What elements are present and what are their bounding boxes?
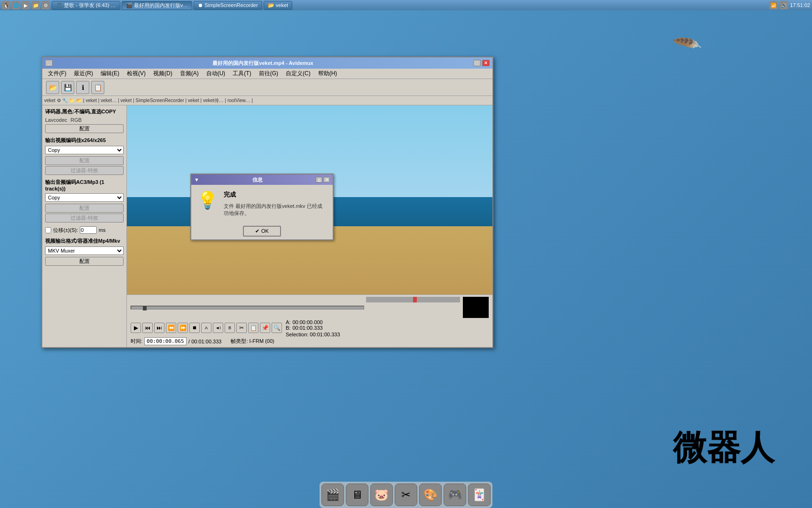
dock-icon-5[interactable]: 🎨 [419,484,442,506]
taskbar-top: 🐧 🌐 ▶ 📁 ⚙ 🎵 楚歌 - 张学友 (6:43) … 🎬 最好用的国内发行… [0,0,812,10]
offset-row: 位移(±)(S): ms [45,226,124,234]
taskbar-icon-3[interactable]: ▶ [22,1,30,9]
dock-icon-7[interactable]: 🃏 [468,484,491,506]
chinese-watermark: 微器人 [673,425,774,470]
menu-edit[interactable]: 编辑(E) [97,69,123,79]
filter-video-btn[interactable]: 过滤器-特效 [45,166,124,175]
dialog-minimize-btn[interactable]: ▼ [194,177,199,183]
ok-icon: ✔ [255,228,259,234]
format-select[interactable]: MKV Muxer [45,246,124,255]
taskbar-icon-1[interactable]: 🐧 [2,1,10,9]
avidemux-window: _ 最好用的国内发行版veket.mp4 - Avidemux □ ✕ 文件(F… [41,56,493,348]
dock-icon-6[interactable]: 🎮 [444,484,466,506]
video-preview: veket ▼ 信息 △ ✕ [127,105,492,347]
video-copy-select[interactable]: Copy [45,146,124,154]
main-content: 译码器,黑色:不编码,直选COPY Lavcodec RGB 配置 输出视频编码… [42,105,492,347]
dialog-max-btn[interactable]: △ [316,177,322,183]
taskbar-item-recorder[interactable]: ⏺ SimpleScreenRecorder [194,1,262,10]
dialog-content: 💡 完成 文件 最好用的国内发行版veket.mkv 已经成功地保存。 [191,185,333,223]
dock-icon-1[interactable]: 🎬 [321,484,344,506]
window-close-btn[interactable]: ✕ [482,60,490,66]
record-icon: ⏺ [198,2,203,8]
lavcodec-row: Lavcodec RGB [45,117,124,123]
offset-label: 位移(±)(S): [53,227,78,234]
config-decoder-btn[interactable]: 配置 [45,124,124,133]
filter-audio-btn[interactable]: 过滤器-特效 [45,214,124,222]
audio-encoder-label: 输出音频编码AC3/Mp3 (1 track(s)) [45,179,124,191]
taskbar-item-music[interactable]: 🎵 楚歌 - 张学友 (6:43) … [52,1,120,10]
window-restore-btn[interactable]: □ [473,60,481,66]
taskbar-item-avidemux[interactable]: 🎬 最好用的国内发行版v… [122,1,193,10]
inner-taskbar-content: veket ⚙ 🔧 📁 📂 | veket | veket… | veket |… [44,97,253,104]
rgb-label: RGB [70,117,94,123]
window-title: 最好用的国内发行版veket.mp4 - Avidemux [53,60,473,67]
folder-icon: 📂 [268,2,274,8]
dock-icon-3[interactable]: 🐷 [370,484,393,506]
menu-tools[interactable]: 工具(T) [229,69,255,79]
menu-video[interactable]: 视频(D) [149,69,176,79]
tray-icon-2[interactable]: 🔊 [780,1,788,9]
window-minimize-btn[interactable]: _ [45,60,53,66]
taskbar-right: 📶 🔊 17:51:02 [769,1,810,9]
taskbar-item-veket[interactable]: 📂 veket [264,1,292,10]
music-icon: 🎵 [56,2,62,8]
properties-btn[interactable]: 📋 [91,81,104,94]
dialog-message-area: 完成 文件 最好用的国内发行版veket.mkv 已经成功地保存。 [224,190,327,217]
desktop: 🐧 🌐 ▶ 📁 ⚙ 🎵 楚歌 - 张学友 (6:43) … 🎬 最好用的国内发行… [0,0,812,508]
video-area: veket ▼ 信息 △ ✕ [127,105,492,347]
inner-taskbar: veket ⚙ 🔧 📁 📂 | veket | veket… | veket |… [42,96,492,105]
toolbar: 📂 💾 ℹ 📋 [42,79,492,96]
dialog-ok-btn[interactable]: ✔ OK [243,226,281,237]
dialog-heading: 完成 [224,190,327,199]
config-format-btn[interactable]: 配置 [45,257,124,266]
menu-recent[interactable]: 最近(R) [70,69,97,79]
save-btn[interactable]: 💾 [61,81,74,94]
offset-input[interactable] [80,226,97,234]
menu-custom[interactable]: 自定义(C) [282,69,314,79]
dialog-footer: ✔ OK [191,223,333,239]
menu-auto[interactable]: 自动(U) [203,69,229,79]
window-controls-left: _ [45,60,53,66]
left-panel: 译码器,黑色:不编码,直选COPY Lavcodec RGB 配置 输出视频编码… [42,105,127,347]
offset-checkbox[interactable] [45,227,51,233]
dialog-title: 信息 [199,176,316,183]
dock-icon-2[interactable]: 🖥 [346,484,368,506]
tray-icon-1[interactable]: 📶 [769,1,778,9]
taskbar-left-icons: 🐧 🌐 ▶ 📁 ⚙ [2,1,50,9]
decoder-label: 译码器,黑色:不编码,直选COPY [45,108,124,115]
taskbar-icon-5[interactable]: ⚙ [41,1,50,9]
taskbar-icon-2[interactable]: 🌐 [12,1,20,9]
menu-audio[interactable]: 音频(A) [176,69,203,79]
menu-bar: 文件(F) 最近(R) 编辑(E) 检视(V) 视频(D) 音频(A) 自动(U… [42,69,492,79]
window-titlebar: _ 最好用的国内发行版veket.mp4 - Avidemux □ ✕ [42,57,492,69]
open-file-btn[interactable]: 📂 [46,81,59,94]
config-video-btn[interactable]: 配置 [45,156,124,165]
menu-goto[interactable]: 前往(G) [255,69,282,79]
format-label: 视频输出格式/容器准佳Mp4/Mkv [45,238,124,245]
clock: 17:51:02 [790,2,810,8]
dialog-controls: △ ✕ [316,177,330,183]
taskbar-icon-4[interactable]: 📁 [31,1,40,9]
menu-help[interactable]: 帮助(H) [314,69,341,79]
video-icon: 🎬 [126,2,133,8]
feather-decoration: 🪶 [672,29,703,60]
menu-view[interactable]: 检视(V) [123,69,149,79]
info-dialog: ▼ 信息 △ ✕ 💡 完成 [190,174,334,240]
info-btn[interactable]: ℹ [76,81,89,94]
dialog-titlebar: ▼ 信息 △ ✕ [191,175,333,185]
offset-unit: ms [99,227,106,233]
dialog-body: 文件 最好用的国内发行版veket.mkv 已经成功地保存。 [224,203,327,217]
desktop-dock: 🎬 🖥 🐷 ✂ 🎨 🎮 🃏 [320,482,492,508]
dialog-overlay: ▼ 信息 △ ✕ 💡 完成 [127,105,492,347]
config-audio-btn[interactable]: 配置 [45,204,124,213]
taskbar-items: 🎵 楚歌 - 张学友 (6:43) … 🎬 最好用的国内发行版v… ⏺ Simp… [52,1,767,10]
dialog-close-btn[interactable]: ✕ [323,177,330,183]
video-encoder-label: 输出视频编码佳x264/x265 [45,137,124,144]
window-controls-right: □ ✕ [473,60,490,66]
menu-file[interactable]: 文件(F) [44,69,70,79]
audio-copy-select[interactable]: Copy [45,193,124,202]
dock-icon-4[interactable]: ✂ [395,484,417,506]
dialog-info-icon: 💡 [197,190,218,210]
lavcodec-label: Lavcodec [45,117,69,123]
